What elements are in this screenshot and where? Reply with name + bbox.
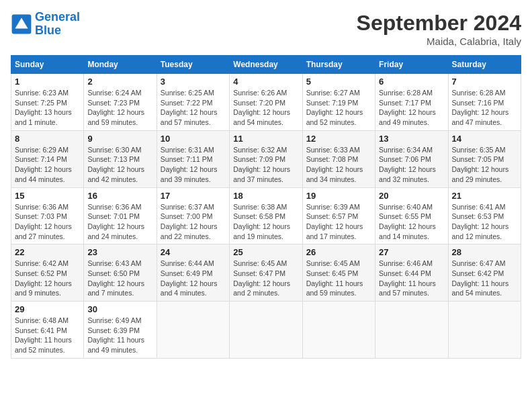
day-info: Sunrise: 6:23 AM Sunset: 7:25 PM Dayligh… xyxy=(15,88,80,128)
day-cell: 13Sunrise: 6:34 AM Sunset: 7:06 PM Dayli… xyxy=(375,130,448,187)
day-cell: 22Sunrise: 6:42 AM Sunset: 6:52 PM Dayli… xyxy=(11,244,84,302)
logo: General Blue xyxy=(11,11,80,38)
day-number: 2 xyxy=(87,77,152,87)
day-cell: 4Sunrise: 6:26 AM Sunset: 7:20 PM Daylig… xyxy=(230,74,302,131)
day-info: Sunrise: 6:25 AM Sunset: 7:22 PM Dayligh… xyxy=(161,88,226,128)
day-cell xyxy=(157,302,229,359)
day-cell: 19Sunrise: 6:39 AM Sunset: 6:57 PM Dayli… xyxy=(302,187,375,244)
day-info: Sunrise: 6:42 AM Sunset: 6:52 PM Dayligh… xyxy=(15,259,80,298)
day-number: 3 xyxy=(161,77,226,87)
location: Maida, Calabria, Italy xyxy=(357,36,521,47)
day-cell: 7Sunrise: 6:28 AM Sunset: 7:16 PM Daylig… xyxy=(448,74,521,131)
day-info: Sunrise: 6:34 AM Sunset: 7:06 PM Dayligh… xyxy=(379,145,444,185)
day-info: Sunrise: 6:31 AM Sunset: 7:11 PM Dayligh… xyxy=(161,145,226,185)
day-info: Sunrise: 6:26 AM Sunset: 7:20 PM Dayligh… xyxy=(233,88,298,128)
day-info: Sunrise: 6:40 AM Sunset: 6:55 PM Dayligh… xyxy=(379,202,444,242)
day-cell: 8Sunrise: 6:29 AM Sunset: 7:14 PM Daylig… xyxy=(11,130,84,187)
day-info: Sunrise: 6:39 AM Sunset: 6:57 PM Dayligh… xyxy=(306,202,371,242)
day-cell xyxy=(302,302,375,359)
week-row-3: 15Sunrise: 6:36 AM Sunset: 7:03 PM Dayli… xyxy=(11,187,521,244)
day-cell: 30Sunrise: 6:49 AM Sunset: 6:39 PM Dayli… xyxy=(84,302,157,359)
week-row-4: 22Sunrise: 6:42 AM Sunset: 6:52 PM Dayli… xyxy=(11,244,521,302)
day-info: Sunrise: 6:27 AM Sunset: 7:19 PM Dayligh… xyxy=(306,88,371,128)
day-info: Sunrise: 6:32 AM Sunset: 7:09 PM Dayligh… xyxy=(233,145,298,185)
day-cell xyxy=(375,302,448,359)
day-number: 23 xyxy=(87,247,152,257)
day-number: 7 xyxy=(452,77,517,87)
day-number: 6 xyxy=(379,77,444,87)
day-number: 19 xyxy=(306,191,371,201)
day-cell xyxy=(230,302,302,359)
day-info: Sunrise: 6:35 AM Sunset: 7:05 PM Dayligh… xyxy=(452,145,517,185)
day-number: 9 xyxy=(87,134,152,144)
day-number: 30 xyxy=(87,304,152,314)
day-number: 22 xyxy=(15,247,80,257)
day-cell: 24Sunrise: 6:44 AM Sunset: 6:49 PM Dayli… xyxy=(157,244,229,302)
day-info: Sunrise: 6:24 AM Sunset: 7:23 PM Dayligh… xyxy=(87,88,152,128)
day-number: 27 xyxy=(379,247,444,257)
day-number: 24 xyxy=(161,247,226,257)
week-row-5: 29Sunrise: 6:48 AM Sunset: 6:41 PM Dayli… xyxy=(11,302,521,359)
calendar-table: SundayMondayTuesdayWednesdayThursdayFrid… xyxy=(11,55,521,359)
day-number: 12 xyxy=(306,134,371,144)
day-cell: 15Sunrise: 6:36 AM Sunset: 7:03 PM Dayli… xyxy=(11,187,84,244)
day-number: 21 xyxy=(452,191,517,201)
day-info: Sunrise: 6:28 AM Sunset: 7:17 PM Dayligh… xyxy=(379,88,444,128)
logo-text: General Blue xyxy=(35,11,80,38)
day-number: 10 xyxy=(161,134,226,144)
day-cell: 6Sunrise: 6:28 AM Sunset: 7:17 PM Daylig… xyxy=(375,74,448,131)
logo-icon xyxy=(11,13,32,35)
day-info: Sunrise: 6:43 AM Sunset: 6:50 PM Dayligh… xyxy=(87,259,152,298)
day-cell: 17Sunrise: 6:37 AM Sunset: 7:00 PM Dayli… xyxy=(157,187,229,244)
header-sunday: Sunday xyxy=(11,56,84,74)
day-cell: 3Sunrise: 6:25 AM Sunset: 7:22 PM Daylig… xyxy=(157,74,229,131)
day-number: 8 xyxy=(15,134,80,144)
day-info: Sunrise: 6:36 AM Sunset: 7:03 PM Dayligh… xyxy=(15,202,80,242)
day-info: Sunrise: 6:41 AM Sunset: 6:53 PM Dayligh… xyxy=(452,202,517,242)
header-tuesday: Tuesday xyxy=(157,56,229,74)
day-number: 14 xyxy=(452,134,517,144)
header-saturday: Saturday xyxy=(448,56,521,74)
day-cell: 21Sunrise: 6:41 AM Sunset: 6:53 PM Dayli… xyxy=(448,187,521,244)
logo-line2: Blue xyxy=(35,24,61,37)
day-info: Sunrise: 6:30 AM Sunset: 7:13 PM Dayligh… xyxy=(87,145,152,185)
day-number: 13 xyxy=(379,134,444,144)
day-cell: 5Sunrise: 6:27 AM Sunset: 7:19 PM Daylig… xyxy=(302,74,375,131)
day-cell: 1Sunrise: 6:23 AM Sunset: 7:25 PM Daylig… xyxy=(11,74,84,131)
day-cell xyxy=(448,302,521,359)
day-cell: 9Sunrise: 6:30 AM Sunset: 7:13 PM Daylig… xyxy=(84,130,157,187)
day-info: Sunrise: 6:45 AM Sunset: 6:47 PM Dayligh… xyxy=(233,259,298,298)
month-title: September 2024 xyxy=(357,11,521,36)
header-monday: Monday xyxy=(84,56,157,74)
day-number: 29 xyxy=(15,304,80,314)
day-cell: 23Sunrise: 6:43 AM Sunset: 6:50 PM Dayli… xyxy=(84,244,157,302)
day-cell: 25Sunrise: 6:45 AM Sunset: 6:47 PM Dayli… xyxy=(230,244,302,302)
header-wednesday: Wednesday xyxy=(230,56,302,74)
day-cell: 11Sunrise: 6:32 AM Sunset: 7:09 PM Dayli… xyxy=(230,130,302,187)
day-number: 16 xyxy=(87,191,152,201)
day-info: Sunrise: 6:36 AM Sunset: 7:01 PM Dayligh… xyxy=(87,202,152,242)
day-cell: 28Sunrise: 6:47 AM Sunset: 6:42 PM Dayli… xyxy=(448,244,521,302)
header-friday: Friday xyxy=(375,56,448,74)
week-row-2: 8Sunrise: 6:29 AM Sunset: 7:14 PM Daylig… xyxy=(11,130,521,187)
day-info: Sunrise: 6:37 AM Sunset: 7:00 PM Dayligh… xyxy=(161,202,226,242)
header-thursday: Thursday xyxy=(302,56,375,74)
page-header: General Blue September 2024 Maida, Calab… xyxy=(11,11,521,47)
day-number: 25 xyxy=(233,247,298,257)
day-cell: 26Sunrise: 6:45 AM Sunset: 6:45 PM Dayli… xyxy=(302,244,375,302)
week-row-1: 1Sunrise: 6:23 AM Sunset: 7:25 PM Daylig… xyxy=(11,74,521,131)
day-info: Sunrise: 6:44 AM Sunset: 6:49 PM Dayligh… xyxy=(161,259,226,298)
day-number: 18 xyxy=(233,191,298,201)
day-number: 15 xyxy=(15,191,80,201)
day-cell: 12Sunrise: 6:33 AM Sunset: 7:08 PM Dayli… xyxy=(302,130,375,187)
day-number: 5 xyxy=(306,77,371,87)
day-cell: 16Sunrise: 6:36 AM Sunset: 7:01 PM Dayli… xyxy=(84,187,157,244)
day-info: Sunrise: 6:49 AM Sunset: 6:39 PM Dayligh… xyxy=(87,316,152,355)
day-cell: 27Sunrise: 6:46 AM Sunset: 6:44 PM Dayli… xyxy=(375,244,448,302)
day-cell: 18Sunrise: 6:38 AM Sunset: 6:58 PM Dayli… xyxy=(230,187,302,244)
day-cell: 10Sunrise: 6:31 AM Sunset: 7:11 PM Dayli… xyxy=(157,130,229,187)
day-info: Sunrise: 6:38 AM Sunset: 6:58 PM Dayligh… xyxy=(233,202,298,242)
day-number: 26 xyxy=(306,247,371,257)
day-cell: 14Sunrise: 6:35 AM Sunset: 7:05 PM Dayli… xyxy=(448,130,521,187)
day-cell: 20Sunrise: 6:40 AM Sunset: 6:55 PM Dayli… xyxy=(375,187,448,244)
